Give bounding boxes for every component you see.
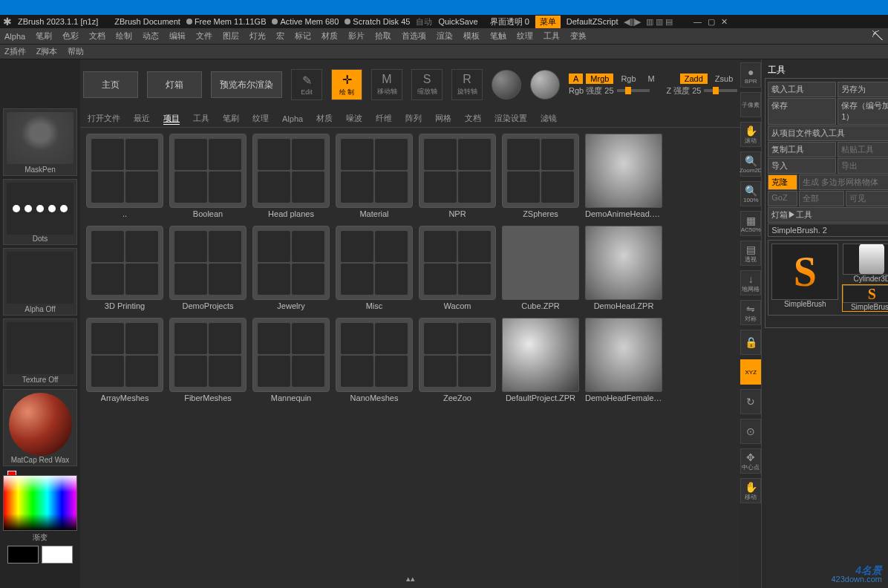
menu-首选项[interactable]: 首选项 — [402, 30, 426, 42]
side-透视[interactable]: ▤透视 — [740, 241, 761, 266]
menu-影片[interactable]: 影片 — [348, 30, 365, 42]
tab-阵列[interactable]: 阵列 — [405, 113, 422, 124]
menu-工具[interactable]: 工具 — [543, 30, 560, 42]
menu-模板[interactable]: 模板 — [463, 30, 480, 42]
menu-文档[interactable]: 文档 — [89, 30, 105, 42]
z-intensity-slider[interactable] — [704, 89, 737, 92]
file-DemoHead.ZPR[interactable]: DemoHead.ZPR — [584, 226, 664, 310]
quicksave-button[interactable]: QuickSave — [438, 17, 477, 26]
save-as-button[interactable]: 另存为 — [838, 82, 888, 97]
tab-笔刷[interactable]: 笔刷 — [223, 113, 239, 124]
tab-文档[interactable]: 文档 — [465, 113, 481, 124]
side-Zoom2D[interactable]: 🔍Zoom2D — [740, 151, 761, 177]
side-中心点[interactable]: ✥中心点 — [740, 448, 761, 474]
import-button[interactable]: 导入 — [768, 158, 836, 174]
tab-打开文件[interactable]: 打开文件 — [88, 113, 120, 124]
side-100%[interactable]: 🔍100% — [740, 181, 761, 206]
file-Wacom[interactable]: Wacom — [417, 226, 497, 310]
stroke-tile[interactable]: Dots — [3, 179, 77, 245]
file-DemoAnimeHead.ZPR[interactable]: DemoAnimeHead.ZPR — [584, 134, 664, 218]
edit-mode-button[interactable]: ✎Edit — [291, 69, 322, 100]
prefs-icon[interactable]: ⛏ — [872, 30, 884, 43]
load-tool-button[interactable]: 载入工具 — [768, 82, 836, 97]
menu-Alpha[interactable]: Alpha — [4, 32, 25, 41]
menu-笔刷[interactable]: 笔刷 — [36, 30, 52, 42]
rotate-button[interactable]: R旋转轴 — [451, 69, 483, 100]
save-button[interactable]: 保存 — [768, 98, 836, 125]
scale-button[interactable]: S缩放轴 — [411, 69, 443, 100]
file-ZSpheres[interactable]: ZSpheres — [500, 134, 581, 218]
material-tile[interactable]: MatCap Red Wax — [3, 389, 77, 466]
menu-纹理[interactable]: 纹理 — [517, 30, 533, 42]
file-Head planes[interactable]: Head planes — [251, 134, 331, 218]
tool-slot-1[interactable]: S SimpleBrush — [771, 244, 838, 312]
tool-slot-3[interactable]: S SimpleBrush — [842, 284, 888, 312]
file-FiberMeshes[interactable]: FiberMeshes — [168, 318, 248, 402]
file-Jewelry[interactable]: Jewelry — [251, 226, 331, 310]
draw-mode-button[interactable]: ✛绘 制 — [331, 69, 362, 100]
home-button[interactable]: 主页 — [83, 71, 138, 98]
gen-polymesh-button[interactable]: 生成 多边形网格物体 — [799, 174, 888, 190]
menu-button[interactable]: 菜单 — [535, 16, 561, 28]
file-Material[interactable]: Material — [334, 134, 414, 218]
menu-宏[interactable]: 宏 — [276, 30, 284, 42]
menu-Z脚本[interactable]: Z脚本 — [36, 46, 58, 57]
render-sphere-1[interactable] — [492, 70, 521, 99]
side-移动[interactable]: ✋移动 — [740, 478, 761, 503]
side-BPR[interactable]: ●BPR — [740, 62, 761, 88]
file-ZeeZoo[interactable]: ZeeZoo — [417, 318, 497, 402]
menu-色彩[interactable]: 色彩 — [62, 30, 79, 42]
menu-拾取[interactable]: 拾取 — [375, 30, 391, 42]
menu-笔触[interactable]: 笔触 — [490, 30, 506, 42]
close-button[interactable]: ✕ — [721, 17, 728, 27]
default-zscript[interactable]: DefaultZScript — [567, 17, 618, 26]
color-picker-tile[interactable]: 渐变 — [3, 469, 77, 568]
menu-动态[interactable]: 动态 — [143, 30, 159, 42]
load-from-project-button[interactable]: 从项目文件载入工具 — [768, 125, 888, 141]
side-对称[interactable]: ⇋对称 — [740, 300, 761, 325]
file-..[interactable]: .. — [85, 134, 165, 218]
copy-tool-button[interactable]: 复制工具 — [768, 142, 836, 157]
menu-文件[interactable]: 文件 — [196, 30, 212, 42]
texture-tile[interactable]: Texture Off — [3, 318, 77, 386]
move-button[interactable]: M移动轴 — [371, 69, 402, 100]
side-地网格[interactable]: ↓地网格 — [740, 270, 761, 295]
tab-噪波[interactable]: 噪波 — [346, 113, 362, 124]
side-子像素[interactable]: 子像素 — [740, 92, 761, 117]
menu-灯光[interactable]: 灯光 — [249, 30, 266, 42]
side-AC50%[interactable]: ▦AC50% — [740, 211, 761, 236]
menu-图层[interactable]: 图层 — [223, 30, 239, 42]
preview-bool-button[interactable]: 预览布尔渲染 — [211, 71, 282, 98]
grid-collapse-arrow[interactable]: ▴▴ — [406, 574, 415, 583]
tab-项目[interactable]: 项目 — [163, 113, 180, 125]
lightbox-button[interactable]: 灯箱 — [147, 71, 202, 98]
file-Misc[interactable]: Misc — [334, 226, 414, 310]
zsub-toggle[interactable]: Zsub — [711, 74, 737, 84]
swatch-white[interactable] — [42, 546, 73, 564]
file-Cube.ZPR[interactable]: Cube.ZPR — [500, 226, 581, 310]
tab-网格[interactable]: 网格 — [435, 113, 451, 124]
m-toggle[interactable]: M — [644, 74, 659, 84]
menu-材质[interactable]: 材质 — [321, 30, 338, 42]
tab-材质[interactable]: 材质 — [316, 113, 333, 124]
save-incremental-button[interactable]: 保存（编号加 1） — [838, 98, 888, 125]
menu-Z插件[interactable]: Z插件 — [4, 46, 26, 57]
zadd-toggle[interactable]: Zadd — [680, 74, 708, 84]
paste-tool-button[interactable]: 粘贴工具 — [838, 142, 888, 157]
side-⊙[interactable]: ⊙ — [740, 419, 761, 444]
side-↻[interactable]: ↻ — [740, 389, 761, 414]
alpha-tile[interactable]: Alpha Off — [3, 248, 77, 316]
file-DemoHeadFemale.ZPR[interactable]: DemoHeadFemale.ZPR — [584, 318, 664, 402]
file-NanoMeshes[interactable]: NanoMeshes — [334, 318, 414, 402]
file-DefaultProject.ZPR[interactable]: DefaultProject.ZPR — [500, 318, 581, 402]
swatch-black[interactable] — [7, 546, 39, 564]
side-滚动[interactable]: ✋滚动 — [740, 122, 761, 147]
side-XYZ[interactable]: XYZ — [740, 359, 761, 385]
tab-纹理[interactable]: 纹理 — [252, 113, 269, 124]
menu-标记[interactable]: 标记 — [295, 30, 311, 42]
menu-渲染[interactable]: 渲染 — [437, 30, 453, 42]
file-ArrayMeshes[interactable]: ArrayMeshes — [85, 318, 165, 402]
status-auto[interactable]: 自动 — [416, 16, 432, 27]
goz-visible-button[interactable]: 可见 — [846, 191, 888, 206]
rgb-toggle[interactable]: Rgb — [616, 74, 640, 84]
